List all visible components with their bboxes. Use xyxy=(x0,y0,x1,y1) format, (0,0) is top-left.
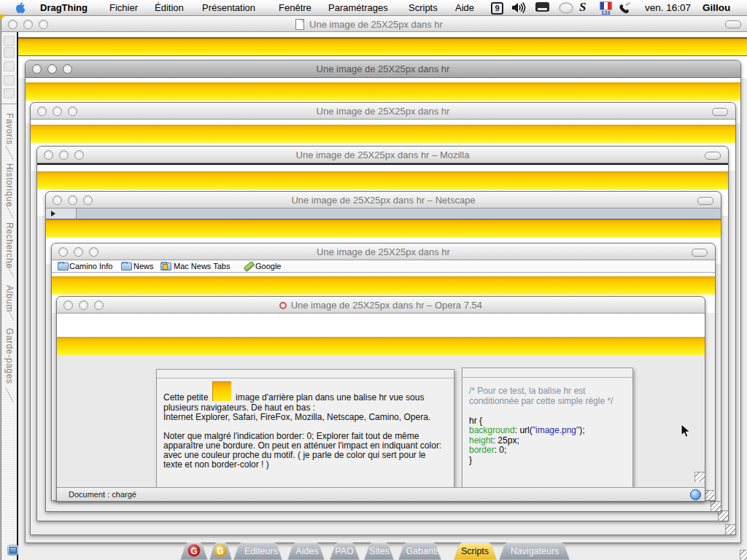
svg-text:PAO: PAO xyxy=(335,546,354,556)
svg-text:atel: atel xyxy=(624,1,631,7)
svg-text:G: G xyxy=(190,546,197,556)
svg-text:Navigateurs: Navigateurs xyxy=(511,546,560,556)
svg-text:Sites: Sites xyxy=(369,546,390,556)
svg-text:Editeurs: Editeurs xyxy=(244,546,278,556)
svg-text:G: G xyxy=(217,546,223,556)
svg-text:Scripts: Scripts xyxy=(461,546,489,556)
svg-text:Aides: Aides xyxy=(295,546,318,556)
svg-text:Gabarits: Gabarits xyxy=(406,546,440,556)
